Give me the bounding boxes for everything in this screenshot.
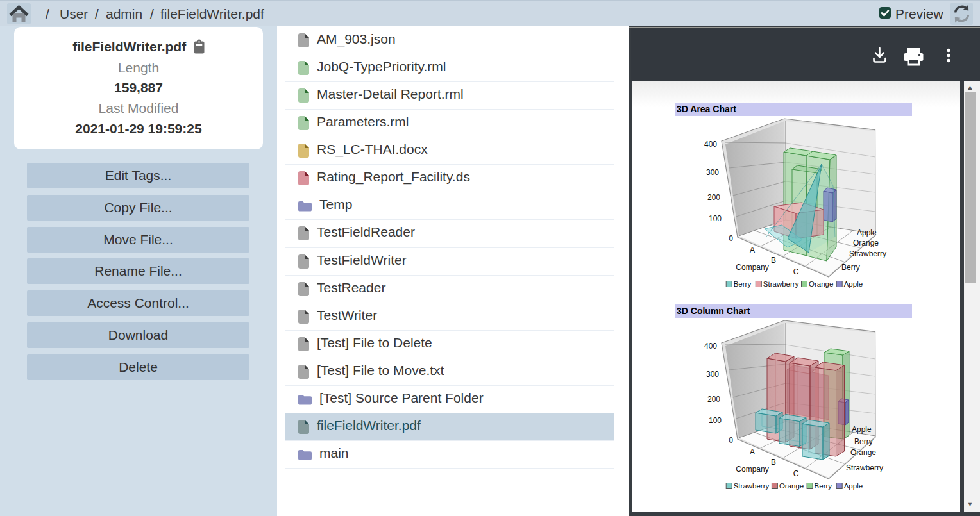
- svg-text:Apple: Apple: [844, 280, 863, 288]
- svg-text:Apple: Apple: [857, 228, 877, 237]
- svg-text:300: 300: [706, 370, 719, 379]
- svg-text:Orange: Orange: [809, 280, 833, 288]
- svg-text:300: 300: [706, 168, 719, 177]
- svg-text:Berry: Berry: [841, 263, 860, 272]
- svg-text:200: 200: [707, 193, 720, 202]
- svg-text:100: 100: [709, 214, 722, 223]
- svg-text:A: A: [750, 246, 755, 254]
- svg-text:200: 200: [707, 395, 720, 404]
- svg-text:400: 400: [704, 140, 717, 149]
- svg-text:C: C: [793, 267, 799, 276]
- svg-text:Berry: Berry: [815, 482, 832, 490]
- svg-text:Strawberry: Strawberry: [763, 280, 799, 288]
- svg-text:Berry: Berry: [734, 280, 752, 288]
- svg-text:C: C: [793, 469, 799, 478]
- svg-text:Company: Company: [736, 263, 768, 272]
- svg-text:Orange: Orange: [779, 482, 804, 490]
- svg-text:Berry: Berry: [854, 437, 873, 446]
- svg-text:Strawberry: Strawberry: [849, 249, 886, 258]
- svg-text:Apple: Apple: [844, 482, 863, 490]
- svg-text:Orange: Orange: [850, 448, 876, 457]
- svg-text:Apple: Apple: [852, 425, 872, 434]
- svg-text:Strawberry: Strawberry: [734, 482, 770, 490]
- svg-text:Company: Company: [736, 465, 768, 474]
- svg-text:B: B: [771, 458, 776, 467]
- svg-text:400: 400: [704, 342, 717, 351]
- svg-text:Strawberry: Strawberry: [846, 463, 883, 472]
- svg-text:A: A: [750, 447, 755, 456]
- svg-text:100: 100: [709, 416, 722, 425]
- svg-text:B: B: [771, 256, 776, 265]
- svg-text:0: 0: [729, 234, 733, 243]
- svg-text:Orange: Orange: [853, 238, 879, 247]
- svg-text:0: 0: [729, 436, 733, 445]
